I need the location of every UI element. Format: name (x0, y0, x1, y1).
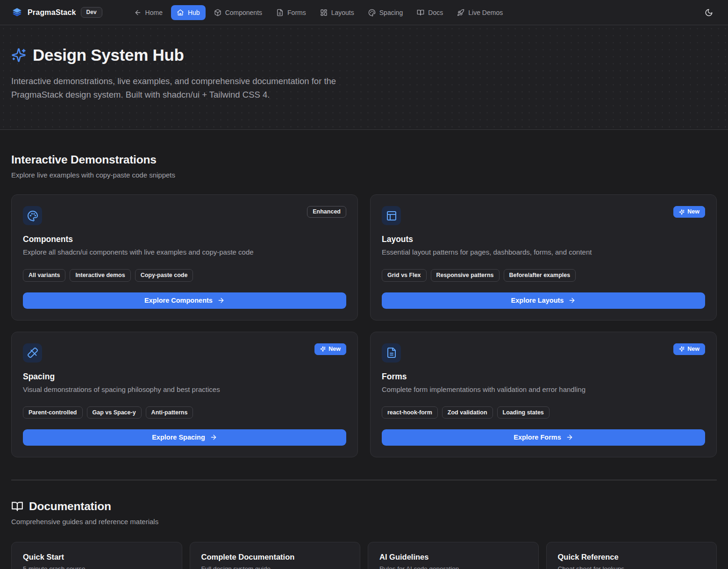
nav-label: Forms (287, 9, 306, 16)
doc-card-quick-reference[interactable]: Quick Reference Cheat sheet for lookups (546, 542, 717, 569)
file-text-icon (386, 347, 397, 358)
doc-card-title: Complete Documentation (201, 553, 349, 562)
tag: Responsive patterns (431, 269, 500, 281)
nav-item-layouts[interactable]: Layouts (314, 5, 360, 20)
arrow-left-icon (134, 9, 142, 16)
arrow-right-icon (566, 434, 573, 441)
panel-top-icon (386, 210, 397, 221)
status-badge: Enhanced (307, 206, 346, 218)
section-divider (11, 480, 717, 480)
docs-section-title: Documentation (29, 500, 111, 513)
brand[interactable]: PragmaStack Dev (11, 7, 102, 18)
card-title: Forms (382, 372, 705, 382)
tag: Zod validation (442, 406, 493, 419)
nav-item-components[interactable]: Components (208, 5, 268, 20)
card-icon-tile (23, 343, 42, 363)
badge-label: New (687, 346, 699, 353)
tag: Parent-controlled (23, 406, 83, 419)
docs-section-header: Documentation Comprehensive guides and r… (11, 500, 717, 526)
theme-toggle-button[interactable] (701, 5, 717, 21)
nav-label: Live Demos (468, 9, 503, 16)
nav-label: Home (145, 9, 163, 16)
demos-section-title: Interactive Demonstrations (11, 153, 157, 166)
doc-card-title: AI Guidelines (379, 553, 527, 562)
ruler-icon (27, 347, 38, 358)
tag: Loading states (497, 406, 550, 419)
rocket-icon (457, 9, 464, 16)
doc-card-description: Rules for AI code generation (379, 565, 527, 569)
status-badge: New (314, 343, 346, 355)
arrow-right-icon (568, 297, 576, 304)
explore-spacing-button[interactable]: Explore Spacing (23, 429, 346, 446)
nav-item-spacing[interactable]: Spacing (363, 5, 409, 20)
card-icon-tile (382, 206, 401, 225)
sparkles-icon (679, 346, 685, 352)
doc-card-description: 5-minute crash course (23, 565, 171, 569)
card-description: Essential layout patterns for pages, das… (382, 248, 705, 256)
tag-row: react-hook-form Zod validation Loading s… (382, 406, 705, 419)
nav-label: Hub (188, 9, 200, 16)
sparkles-icon (11, 48, 26, 63)
cta-label: Explore Spacing (152, 434, 205, 441)
badge-label: New (328, 346, 341, 353)
tag: Anti-patterns (146, 406, 193, 419)
tag: All variants (23, 269, 65, 281)
package-icon (214, 9, 221, 16)
demo-card-grid: Enhanced Components Explore all shadcn/u… (11, 194, 717, 457)
explore-layouts-button[interactable]: Explore Layouts (382, 292, 705, 309)
cta-label: Explore Components (144, 297, 213, 304)
tag: Grid vs Flex (382, 269, 427, 281)
nav-item-live-demos[interactable]: Live Demos (451, 5, 508, 20)
demo-card-forms: New Forms Complete form implementations … (370, 332, 717, 457)
layout-grid-icon (320, 9, 328, 16)
main-content: Interactive Demonstrations Explore live … (0, 153, 728, 569)
house-icon (177, 9, 184, 16)
nav-label: Spacing (379, 9, 403, 16)
nav-item-forms[interactable]: Forms (271, 5, 312, 20)
arrow-right-icon (210, 434, 217, 441)
nav-item-hub[interactable]: Hub (171, 5, 206, 20)
nav-label: Layouts (331, 9, 354, 16)
sparkles-icon (679, 209, 685, 215)
brand-name: PragmaStack (28, 8, 76, 17)
doc-card-ai-guidelines[interactable]: AI Guidelines Rules for AI code generati… (368, 542, 539, 569)
card-icon-tile (382, 343, 401, 363)
demo-card-spacing: New Spacing Visual demonstrations of spa… (11, 332, 358, 457)
doc-card-description: Full design system guide (201, 565, 349, 569)
file-text-icon (276, 9, 284, 16)
explore-forms-button[interactable]: Explore Forms (382, 429, 705, 446)
doc-card-title: Quick Start (23, 553, 171, 562)
book-open-icon (417, 9, 424, 16)
page-title: Design System Hub (33, 46, 184, 64)
card-title: Components (23, 235, 346, 244)
tag-row: Grid vs Flex Responsive patterns Before/… (382, 269, 705, 281)
nav-item-docs[interactable]: Docs (411, 5, 449, 20)
tag: Copy-paste code (135, 269, 193, 281)
explore-components-button[interactable]: Explore Components (23, 292, 346, 309)
doc-card-title: Quick Reference (558, 553, 706, 562)
tag: Before/after examples (504, 269, 576, 281)
moon-icon (705, 8, 713, 17)
badge-label: New (687, 208, 699, 215)
page-subtitle: Interactive demonstrations, live example… (11, 75, 359, 101)
card-description: Visual demonstrations of spacing philoso… (23, 385, 346, 393)
env-badge: Dev (81, 7, 102, 17)
cta-label: Explore Layouts (511, 297, 564, 304)
nav-label: Components (225, 9, 262, 16)
sparkles-icon (320, 346, 326, 352)
docs-section-subtitle: Comprehensive guides and reference mater… (11, 518, 717, 526)
tag-row: Parent-controlled Gap vs Space-y Anti-pa… (23, 406, 346, 419)
card-description: Explore all shadcn/ui components with li… (23, 248, 346, 256)
doc-card-grid: Quick Start 5-minute crash course Comple… (11, 542, 717, 569)
nav-item-home[interactable]: Home (128, 5, 168, 20)
palette-icon (368, 9, 376, 16)
tag: Interactive demos (70, 269, 130, 281)
demo-card-components: Enhanced Components Explore all shadcn/u… (11, 194, 358, 320)
arrow-right-icon (217, 297, 225, 304)
top-navbar: PragmaStack Dev Home Hub Components Fo (0, 0, 728, 25)
card-description: Complete form implementations with valid… (382, 385, 705, 393)
palette-icon (27, 210, 38, 221)
doc-card-quick-start[interactable]: Quick Start 5-minute crash course (11, 542, 182, 569)
nav-label: Docs (428, 9, 443, 16)
doc-card-complete-documentation[interactable]: Complete Documentation Full design syste… (190, 542, 361, 569)
